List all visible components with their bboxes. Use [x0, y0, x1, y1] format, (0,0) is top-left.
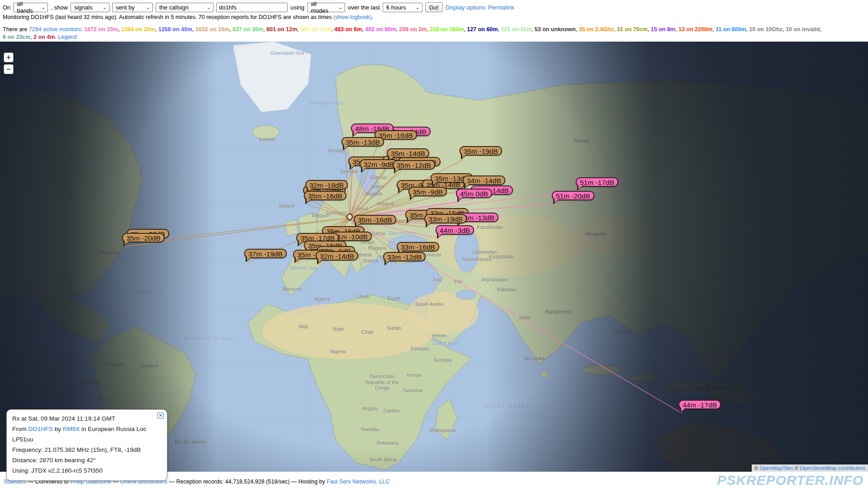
- band-count: 298 on 2m: [399, 26, 427, 33]
- zoom-out-button[interactable]: −: [4, 64, 14, 74]
- band-count: 483 on 6m: [334, 26, 362, 33]
- chevron-down-icon: ⌄: [103, 5, 107, 10]
- reception-report-balloon[interactable]: 44m -17dB: [678, 400, 721, 409]
- band-count: 216 on 160m: [430, 26, 464, 33]
- sentby-select[interactable]: sent by⌄: [112, 3, 153, 12]
- reception-report-balloon[interactable]: 32m -18dB: [305, 180, 348, 190]
- monitoring-suffix: .: [372, 14, 373, 20]
- reception-report-balloon[interactable]: 33m -19dB: [424, 214, 467, 223]
- popup-rx-time: Rx at Sat, 09 Mar 2024 11:19:14 GMT: [12, 413, 161, 424]
- band-counts-tail: 6 on 23cm, 2 on 4m.: [3, 34, 58, 40]
- active-monitors-line-2: 6 on 23cm, 2 on 4m. Legend: [0, 33, 868, 40]
- band-count: 127 on 60m: [467, 26, 498, 33]
- popup-software: Using: JTDX v2.2.160-rc5 57f350: [12, 465, 161, 476]
- map-viewport[interactable]: Greenland SeaNorwegian SeaIcelandNorwayS…: [0, 42, 868, 472]
- band-count: 13 on 2200m: [678, 26, 712, 33]
- reception-report-balloon[interactable]: 35m -19dB: [460, 146, 502, 156]
- reception-report-balloon[interactable]: 51m -20dB: [552, 191, 594, 200]
- band-count: 31 on 70cm: [617, 26, 648, 33]
- reception-report-balloon[interactable]: 32m -14dB: [316, 251, 358, 261]
- chevron-down-icon: ⌄: [207, 5, 211, 10]
- band-count: 1672 on 10m: [84, 26, 118, 33]
- reception-report-balloon[interactable]: 35m -16dB: [354, 215, 396, 224]
- band-counts: 1672 on 10m, 1384 on 20m, 1258 on 40m, 1…: [84, 26, 821, 33]
- reception-report-balloon[interactable]: 45m 0dB: [456, 189, 492, 198]
- band-count: 53 on unknown: [535, 26, 576, 33]
- band-count: 11 on 600m: [716, 26, 746, 33]
- band-count: 1032 on 15m: [195, 26, 229, 33]
- band-count: 837 on 30m: [232, 26, 263, 33]
- openstreetmap-link[interactable]: OpenStreetMap contributors: [800, 465, 865, 471]
- band-count: 35 on 2.4Ghz: [579, 26, 614, 33]
- band-count: 15 on 8m: [651, 26, 675, 33]
- band-count: 1384 on 20m: [121, 26, 155, 33]
- chevron-down-icon: ⌄: [41, 5, 45, 10]
- band-select[interactable]: all bands⌄: [13, 3, 48, 12]
- reception-report-balloon[interactable]: 33m -16dB: [397, 242, 439, 251]
- band-count: 801 on 12m: [266, 26, 297, 33]
- zoom-in-button[interactable]: +: [4, 52, 14, 62]
- reception-detail-popup: ✕ Rx at Sat, 09 Mar 2024 11:19:14 GMT Fr…: [6, 409, 167, 481]
- reception-report-balloon[interactable]: 35m -12dB: [393, 160, 435, 170]
- band-count: 10 on invalid: [786, 26, 820, 33]
- chevron-down-icon: ⌄: [146, 5, 150, 10]
- active-monitors-link[interactable]: 7294 active monitors: [29, 26, 81, 33]
- reception-report-balloon[interactable]: 44m -3dB: [436, 225, 474, 235]
- reception-report-balloon[interactable]: 37m -19dB: [244, 249, 287, 258]
- active-monitors-line: There are 7294 active monitors: 1672 on …: [0, 20, 868, 33]
- map-attribution: © OpenMapTiles © OpenStreetMap contribut…: [752, 464, 868, 472]
- hosting-link[interactable]: Fast Serv Networks, LLC: [327, 479, 389, 485]
- show-logbook-link[interactable]: (show logbook): [333, 14, 372, 20]
- go-button[interactable]: Go!: [425, 2, 443, 12]
- display-options-link[interactable]: Display options: [446, 4, 485, 11]
- reception-report-balloon[interactable]: 35m -20dB: [122, 233, 165, 242]
- reception-reports-layer: 51m -24dB48m -18dB35m -16dB35m -13dB35m …: [0, 42, 868, 472]
- callsign-input[interactable]: [216, 3, 288, 12]
- popup-frequency: Frequency: 21.075.382 MHz (15m), FT8, -1…: [12, 445, 161, 455]
- popup-distance: Distance: 2870 km bearing 42°: [12, 455, 161, 465]
- reception-report-balloon[interactable]: 35m -16dB: [304, 191, 346, 200]
- header: On all bands⌄ , show signals⌄ sent by⌄ t…: [0, 0, 868, 42]
- band-count: 6 on 23cm: [3, 34, 30, 40]
- band-count: 2 on 4m: [33, 34, 55, 40]
- overlast-label: over the last: [348, 4, 380, 11]
- copyright-icon: ©: [795, 465, 798, 471]
- legend-link[interactable]: Legend: [58, 34, 77, 40]
- using-label: using: [290, 4, 304, 11]
- pskreporter-watermark: PSKREPORTER.INFO: [717, 473, 863, 488]
- on-label: On: [3, 4, 10, 11]
- band-count: 10 on 10Ghz: [749, 26, 783, 33]
- show-label: , show: [51, 4, 68, 11]
- callsign-type-select[interactable]: the callsign⌄: [156, 3, 213, 12]
- band-count: 121 on 11m: [501, 26, 531, 33]
- popup-from-line: From DO1HFS by RM9X in European Russia L…: [12, 424, 161, 445]
- modes-select[interactable]: all modes⌄: [307, 3, 345, 12]
- openmaptiles-link[interactable]: OpenMapTiles: [759, 465, 793, 471]
- band-count: 402 on 80m: [365, 26, 396, 33]
- reception-report-balloon[interactable]: 35m -9dB: [408, 187, 447, 196]
- copyright-icon: ©: [754, 465, 758, 471]
- signals-select[interactable]: signals⌄: [71, 3, 109, 12]
- band-count: 1258 on 40m: [158, 26, 192, 33]
- permalink-link[interactable]: Permalink: [488, 4, 514, 11]
- period-select[interactable]: 6 hours⌄: [383, 3, 422, 12]
- reception-report-balloon[interactable]: 35m -13dB: [342, 137, 384, 147]
- receiver-callsign-link[interactable]: RM9X: [63, 426, 80, 432]
- monitors-prefix: There are: [3, 26, 29, 33]
- chevron-down-icon: ⌄: [416, 5, 420, 10]
- monitoring-status-line: Monitoring DO1HFS (last heard 32 mins ag…: [0, 13, 868, 20]
- monitoring-text: Monitoring DO1HFS (last heard 32 mins ag…: [3, 14, 333, 20]
- map-zoom-control: + −: [4, 52, 14, 74]
- close-icon[interactable]: ✕: [157, 412, 164, 419]
- reception-report-balloon[interactable]: 51m -17dB: [576, 177, 618, 187]
- reception-report-balloon[interactable]: 35m -14dB: [387, 148, 429, 158]
- query-toolbar: On all bands⌄ , show signals⌄ sent by⌄ t…: [0, 0, 868, 13]
- reception-report-balloon[interactable]: 34m -14dB: [463, 175, 505, 185]
- band-count: 567 on 17m: [300, 26, 331, 33]
- chevron-down-icon: ⌄: [338, 5, 342, 10]
- sender-callsign-link[interactable]: DO1HFS: [28, 426, 53, 432]
- reception-report-balloon[interactable]: 33m -12dB: [383, 252, 426, 261]
